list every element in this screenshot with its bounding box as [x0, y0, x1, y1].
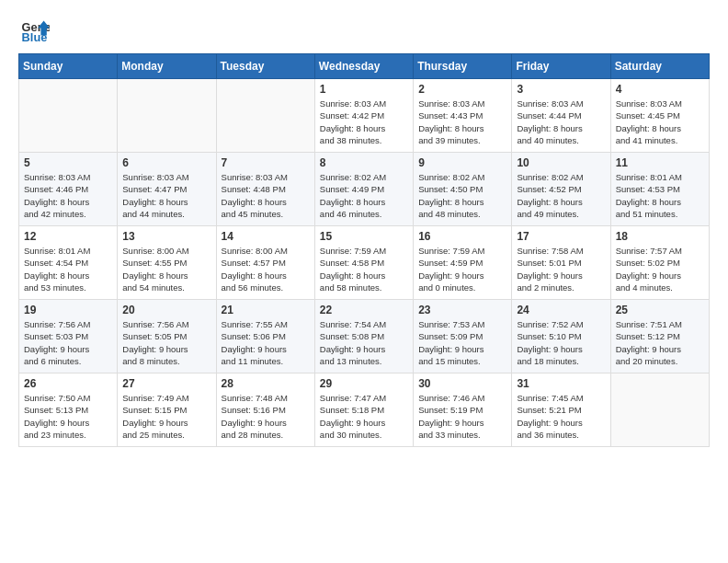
calendar-cell: 6Sunrise: 8:03 AM Sunset: 4:47 PM Daylig… [118, 153, 216, 226]
calendar-week-row: 5Sunrise: 8:03 AM Sunset: 4:46 PM Daylig… [19, 153, 710, 226]
calendar-cell: 12Sunrise: 8:01 AM Sunset: 4:54 PM Dayli… [19, 226, 118, 300]
day-number: 17 [517, 230, 605, 243]
day-info: Sunrise: 7:52 AM Sunset: 5:10 PM Dayligh… [517, 318, 605, 367]
calendar-cell: 23Sunrise: 7:53 AM Sunset: 5:09 PM Dayli… [414, 300, 512, 373]
calendar-cell: 8Sunrise: 8:02 AM Sunset: 4:49 PM Daylig… [314, 153, 413, 226]
calendar-header-row: SundayMondayTuesdayWednesdayThursdayFrid… [19, 54, 710, 79]
day-info: Sunrise: 8:03 AM Sunset: 4:45 PM Dayligh… [616, 98, 704, 146]
day-number: 7 [222, 156, 310, 169]
day-number: 3 [517, 83, 605, 96]
day-of-week-header: Monday [118, 54, 216, 79]
day-number: 13 [122, 230, 210, 243]
day-number: 28 [222, 377, 310, 390]
day-info: Sunrise: 7:59 AM Sunset: 4:59 PM Dayligh… [418, 245, 506, 293]
day-info: Sunrise: 7:58 AM Sunset: 5:01 PM Dayligh… [517, 245, 605, 293]
calendar-cell: 26Sunrise: 7:50 AM Sunset: 5:13 PM Dayli… [19, 373, 118, 447]
day-number: 21 [222, 304, 310, 316]
day-number: 20 [122, 304, 210, 316]
day-info: Sunrise: 7:59 AM Sunset: 4:58 PM Dayligh… [320, 245, 408, 293]
day-number: 2 [418, 83, 506, 96]
day-info: Sunrise: 7:56 AM Sunset: 5:03 PM Dayligh… [24, 318, 112, 367]
day-number: 9 [418, 156, 506, 169]
day-number: 26 [24, 377, 112, 390]
calendar-cell: 14Sunrise: 8:00 AM Sunset: 4:57 PM Dayli… [216, 226, 314, 300]
day-of-week-header: Thursday [414, 54, 512, 79]
day-number: 19 [24, 304, 112, 316]
calendar-cell: 18Sunrise: 7:57 AM Sunset: 5:02 PM Dayli… [610, 226, 709, 300]
calendar-week-row: 19Sunrise: 7:56 AM Sunset: 5:03 PM Dayli… [19, 300, 710, 373]
calendar-cell: 2Sunrise: 8:03 AM Sunset: 4:43 PM Daylig… [414, 79, 512, 153]
day-number: 15 [320, 230, 408, 243]
day-info: Sunrise: 7:53 AM Sunset: 5:09 PM Dayligh… [418, 318, 506, 367]
calendar-cell: 25Sunrise: 7:51 AM Sunset: 5:12 PM Dayli… [610, 300, 709, 373]
day-number: 4 [616, 83, 704, 96]
day-info: Sunrise: 8:00 AM Sunset: 4:57 PM Dayligh… [222, 245, 310, 293]
calendar-cell: 10Sunrise: 8:02 AM Sunset: 4:52 PM Dayli… [512, 153, 610, 226]
day-info: Sunrise: 8:01 AM Sunset: 4:53 PM Dayligh… [616, 171, 704, 220]
calendar-cell: 31Sunrise: 7:45 AM Sunset: 5:21 PM Dayli… [512, 373, 610, 447]
day-number: 30 [418, 377, 506, 390]
calendar-cell: 9Sunrise: 8:02 AM Sunset: 4:50 PM Daylig… [414, 153, 512, 226]
calendar-week-row: 12Sunrise: 8:01 AM Sunset: 4:54 PM Dayli… [19, 226, 710, 300]
calendar-cell [216, 79, 314, 153]
day-info: Sunrise: 8:02 AM Sunset: 4:50 PM Dayligh… [418, 171, 506, 220]
day-info: Sunrise: 8:01 AM Sunset: 4:54 PM Dayligh… [24, 245, 112, 293]
day-info: Sunrise: 7:49 AM Sunset: 5:15 PM Dayligh… [122, 392, 210, 441]
day-info: Sunrise: 7:45 AM Sunset: 5:21 PM Dayligh… [517, 392, 605, 441]
day-info: Sunrise: 8:02 AM Sunset: 4:52 PM Dayligh… [517, 171, 605, 220]
calendar-cell: 11Sunrise: 8:01 AM Sunset: 4:53 PM Dayli… [610, 153, 709, 226]
day-info: Sunrise: 8:03 AM Sunset: 4:46 PM Dayligh… [24, 171, 112, 220]
calendar-cell: 20Sunrise: 7:56 AM Sunset: 5:05 PM Dayli… [118, 300, 216, 373]
day-info: Sunrise: 8:03 AM Sunset: 4:44 PM Dayligh… [517, 98, 605, 146]
day-number: 16 [418, 230, 506, 243]
day-info: Sunrise: 7:55 AM Sunset: 5:06 PM Dayligh… [222, 318, 310, 367]
calendar-cell: 28Sunrise: 7:48 AM Sunset: 5:16 PM Dayli… [216, 373, 314, 447]
day-info: Sunrise: 8:03 AM Sunset: 4:47 PM Dayligh… [122, 171, 210, 220]
calendar-cell: 21Sunrise: 7:55 AM Sunset: 5:06 PM Dayli… [216, 300, 314, 373]
day-info: Sunrise: 8:03 AM Sunset: 4:43 PM Dayligh… [418, 98, 506, 146]
day-number: 5 [24, 156, 112, 169]
day-number: 27 [122, 377, 210, 390]
day-info: Sunrise: 8:03 AM Sunset: 4:48 PM Dayligh… [222, 171, 310, 220]
day-number: 18 [616, 230, 704, 243]
calendar-cell: 15Sunrise: 7:59 AM Sunset: 4:58 PM Dayli… [314, 226, 413, 300]
calendar-cell: 16Sunrise: 7:59 AM Sunset: 4:59 PM Dayli… [414, 226, 512, 300]
calendar-cell [118, 79, 216, 153]
day-number: 1 [320, 83, 408, 96]
day-of-week-header: Tuesday [216, 54, 314, 79]
calendar-cell: 3Sunrise: 8:03 AM Sunset: 4:44 PM Daylig… [512, 79, 610, 153]
day-info: Sunrise: 7:46 AM Sunset: 5:19 PM Dayligh… [418, 392, 506, 441]
calendar-cell: 29Sunrise: 7:47 AM Sunset: 5:18 PM Dayli… [314, 373, 413, 447]
day-number: 11 [616, 156, 704, 169]
day-info: Sunrise: 7:51 AM Sunset: 5:12 PM Dayligh… [616, 318, 704, 367]
calendar-cell: 22Sunrise: 7:54 AM Sunset: 5:08 PM Dayli… [314, 300, 413, 373]
day-number: 31 [517, 377, 605, 390]
calendar-cell: 30Sunrise: 7:46 AM Sunset: 5:19 PM Dayli… [414, 373, 512, 447]
day-info: Sunrise: 8:03 AM Sunset: 4:42 PM Dayligh… [320, 98, 408, 146]
day-info: Sunrise: 7:57 AM Sunset: 5:02 PM Dayligh… [616, 245, 704, 293]
day-number: 24 [517, 304, 605, 316]
logo-icon: General Blue [20, 15, 50, 44]
calendar-cell: 5Sunrise: 8:03 AM Sunset: 4:46 PM Daylig… [19, 153, 118, 226]
calendar-cell: 24Sunrise: 7:52 AM Sunset: 5:10 PM Dayli… [512, 300, 610, 373]
day-number: 14 [222, 230, 310, 243]
calendar-cell: 27Sunrise: 7:49 AM Sunset: 5:15 PM Dayli… [118, 373, 216, 447]
day-info: Sunrise: 7:50 AM Sunset: 5:13 PM Dayligh… [24, 392, 112, 441]
day-number: 8 [320, 156, 408, 169]
calendar-cell: 1Sunrise: 8:03 AM Sunset: 4:42 PM Daylig… [314, 79, 413, 153]
day-info: Sunrise: 8:00 AM Sunset: 4:55 PM Dayligh… [122, 245, 210, 293]
day-number: 10 [517, 156, 605, 169]
page-header: General Blue [18, 15, 710, 44]
calendar-cell: 17Sunrise: 7:58 AM Sunset: 5:01 PM Dayli… [512, 226, 610, 300]
day-number: 22 [320, 304, 408, 316]
calendar-cell: 7Sunrise: 8:03 AM Sunset: 4:48 PM Daylig… [216, 153, 314, 226]
calendar-cell [610, 373, 709, 447]
logo: General Blue [18, 15, 50, 44]
day-of-week-header: Wednesday [314, 54, 413, 79]
day-number: 6 [122, 156, 210, 169]
calendar-table: SundayMondayTuesdayWednesdayThursdayFrid… [18, 53, 710, 447]
day-info: Sunrise: 8:02 AM Sunset: 4:49 PM Dayligh… [320, 171, 408, 220]
calendar-cell [19, 79, 118, 153]
day-info: Sunrise: 7:54 AM Sunset: 5:08 PM Dayligh… [320, 318, 408, 367]
day-number: 25 [616, 304, 704, 316]
